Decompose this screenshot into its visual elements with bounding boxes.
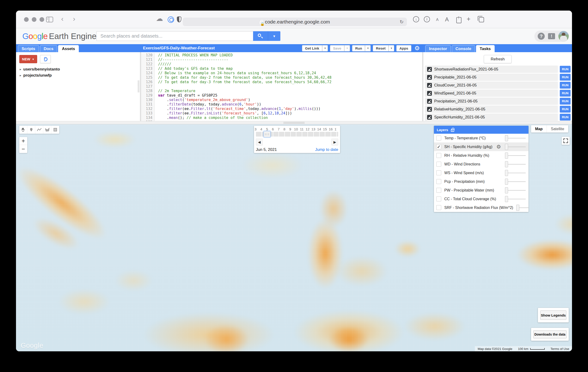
layer-row[interactable]: Temp - Temperature (°C) [434, 134, 528, 142]
layer-checkbox[interactable] [436, 196, 441, 201]
expand-arrow-icon[interactable]: ▸ [20, 74, 21, 77]
opacity-slider-thumb[interactable] [505, 170, 508, 176]
run-caret[interactable]: ▼ [365, 45, 371, 51]
opacity-slider-thumb[interactable] [505, 187, 508, 193]
code-line[interactable]: 130 .select('temperature_2m_above_ground… [141, 98, 422, 102]
layer-checkbox[interactable] [436, 188, 441, 193]
jump-to-date-link[interactable]: Jump to date [315, 147, 338, 152]
opacity-slider-thumb[interactable] [505, 196, 508, 202]
tab-tasks[interactable]: Tasks [476, 45, 495, 52]
opacity-slider-thumb[interactable] [505, 179, 508, 185]
layer-opacity-slider[interactable] [505, 161, 526, 167]
assets-refresh-button[interactable] [40, 55, 51, 63]
code-line[interactable]: 131 .filterDate(today, today.advance(6,'… [141, 102, 422, 107]
layer-checkbox[interactable] [436, 136, 441, 141]
layer-opacity-slider[interactable] [505, 179, 526, 185]
asset-tree-item[interactable]: ▸projects/unwfp [20, 72, 60, 79]
tab-inspector[interactable]: Inspector [425, 45, 451, 52]
lock-open-icon[interactable] [451, 129, 454, 132]
save-caret[interactable]: ▼ [344, 45, 350, 51]
opacity-slider-thumb[interactable] [505, 161, 508, 167]
code-line[interactable]: 127 [141, 84, 422, 89]
download-icon[interactable]: ↓ [413, 16, 419, 22]
layer-opacity-slider[interactable] [516, 205, 528, 211]
map-canvas[interactable]: + − 34567891011121314151617 | | | ◀ ▶ Ju… [16, 124, 572, 351]
run-task-button[interactable]: RUN [560, 98, 571, 105]
run-task-button[interactable]: RUN [560, 90, 571, 97]
shield-icon[interactable] [177, 16, 181, 22]
cloud-icon[interactable]: ☁ [156, 14, 163, 22]
tab-scripts[interactable]: Scripts [18, 45, 39, 52]
layers-header[interactable]: Layers [434, 126, 528, 134]
next-day-button[interactable]: ▶ [331, 139, 338, 145]
info-icon[interactable]: i [424, 16, 430, 22]
extension-pause-icon[interactable] [168, 16, 174, 23]
run-task-button[interactable]: RUN [560, 114, 571, 121]
share-icon[interactable] [456, 17, 462, 23]
task-entry[interactable]: SpecificHumidity_2021-06-05 [425, 113, 558, 121]
layer-row[interactable]: PW - Precipitable Water (mm) [434, 186, 528, 195]
layer-checkbox[interactable] [436, 153, 441, 158]
task-entry[interactable]: Precipitable_2021-06-05 [425, 74, 558, 81]
forward-icon[interactable]: › [73, 15, 75, 23]
code-line[interactable]: 123// Add today's GFS data to the map [141, 67, 422, 71]
editor-map-splitter[interactable] [16, 121, 572, 124]
search-button[interactable] [253, 31, 268, 41]
task-entry[interactable]: WindSpeed_2021-06-05 [425, 90, 558, 97]
back-icon[interactable]: ‹ [61, 15, 63, 23]
close-window-icon[interactable] [24, 17, 29, 22]
point-marker-icon[interactable] [27, 126, 35, 134]
layer-checkbox[interactable] [436, 205, 441, 210]
splitter-grip[interactable] [284, 122, 304, 124]
layer-checkbox[interactable] [436, 162, 441, 167]
layer-opacity-slider[interactable] [505, 187, 526, 193]
layer-opacity-slider[interactable] [505, 170, 526, 176]
expand-arrow-icon[interactable]: ▸ [20, 68, 21, 71]
layer-row[interactable]: CC - Total Cloud Coverage (%) [434, 195, 528, 203]
code-line[interactable]: 124// Below is the example on 24-hours d… [141, 71, 422, 75]
terms-link[interactable]: Terms of Use [547, 346, 572, 351]
date-slider-thumb[interactable]: | | | [264, 131, 271, 137]
layer-opacity-slider[interactable] [505, 135, 526, 141]
download-data-button[interactable]: Downloads the data [533, 330, 567, 338]
run-button[interactable]: Run [352, 45, 365, 51]
code-line[interactable]: 134 .mean(); // make a composite of the … [141, 116, 422, 120]
polyline-icon[interactable] [35, 126, 43, 134]
text-larger-icon[interactable]: A [445, 16, 449, 23]
layer-row[interactable]: RH - Relative Humidity (%) [434, 151, 528, 160]
code-line[interactable]: 122////// [141, 62, 422, 67]
zoom-window-icon[interactable] [40, 17, 44, 22]
layer-row[interactable]: SRF - Shortwave Radiation Flux (W/m^2) [434, 203, 528, 212]
tab-docs[interactable]: Docs [40, 45, 57, 52]
tab-overview-icon[interactable] [479, 17, 484, 22]
get-link-caret[interactable]: ▼ [322, 45, 328, 51]
date-slider-track[interactable]: | | | [256, 132, 338, 137]
code-line[interactable]: 133 .filter(ee.Filter.inList('forecast_h… [141, 111, 422, 116]
layer-row[interactable]: WD - Wind Directions [434, 160, 528, 169]
code-line[interactable]: 129var tave_d1_draft = GFS0P25 [141, 93, 422, 98]
feedback-icon[interactable]: ! [548, 33, 555, 39]
text-smaller-icon[interactable]: A [436, 18, 439, 22]
layer-row[interactable]: WS - Wind Speed (m/s) [434, 169, 528, 177]
new-tab-icon[interactable]: + [467, 15, 470, 23]
search-input[interactable] [96, 31, 253, 41]
search-options-caret[interactable]: ▼ [268, 31, 280, 41]
layer-settings-gear-icon[interactable]: ⚙ [496, 144, 501, 150]
layer-row[interactable]: Pcp - Precipitation (mm) [434, 177, 528, 186]
task-entry[interactable]: RelativeHumidity_2021-06-05 [425, 106, 558, 113]
url-bar[interactable]: 🔒 code.earthengine.google.com ↻ [183, 18, 407, 26]
code-line[interactable]: 120// INITIAL PROCESS WHEN MAP LOADED [141, 53, 422, 58]
avatar[interactable] [558, 31, 569, 41]
rectangle-icon[interactable] [51, 126, 59, 134]
asset-tree-item[interactable]: ▸users/bennyistanto [20, 66, 60, 72]
panel-resize-handle[interactable] [137, 80, 139, 93]
opacity-slider-thumb[interactable] [516, 205, 519, 211]
layer-opacity-slider[interactable] [505, 152, 526, 159]
new-asset-button[interactable]: NEW▼ [19, 55, 37, 63]
zoom-out-button[interactable]: − [19, 145, 27, 153]
layer-checkbox[interactable] [436, 179, 441, 184]
save-button[interactable]: Save [330, 45, 344, 51]
polygon-icon[interactable] [43, 126, 51, 134]
pan-hand-icon[interactable] [19, 126, 27, 134]
zoom-in-button[interactable]: + [19, 137, 27, 145]
